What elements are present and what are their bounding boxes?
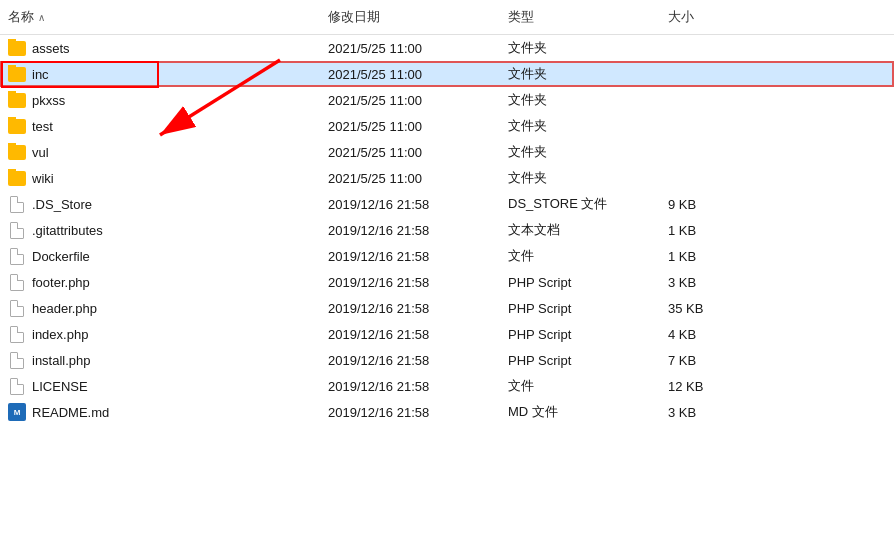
file-kind-cell: 文件	[500, 377, 660, 395]
file-size-cell: 1 KB	[660, 249, 740, 264]
file-name-cell: footer.php	[0, 273, 320, 291]
file-modified-cell: 2021/5/25 11:00	[320, 145, 500, 160]
file-icon	[8, 377, 26, 395]
file-modified-cell: 2021/5/25 11:00	[320, 171, 500, 186]
file-modified-cell: 2019/12/16 21:58	[320, 405, 500, 420]
file-icon	[8, 221, 26, 239]
table-header: 名称 ∧ 修改日期 类型 大小	[0, 0, 894, 35]
file-kind-cell: 文件夹	[500, 169, 660, 187]
file-kind-cell: PHP Script	[500, 353, 660, 368]
table-row[interactable]: index.php2019/12/16 21:58PHP Script4 KB	[0, 321, 894, 347]
file-list: assets2021/5/25 11:00文件夹inc2021/5/25 11:…	[0, 35, 894, 425]
file-size-cell: 7 KB	[660, 353, 740, 368]
file-name-cell: pkxss	[0, 91, 320, 109]
table-row[interactable]: MREADME.md2019/12/16 21:58MD 文件3 KB	[0, 399, 894, 425]
file-modified-cell: 2019/12/16 21:58	[320, 327, 500, 342]
file-name-text: pkxss	[32, 93, 65, 108]
file-explorer: 名称 ∧ 修改日期 类型 大小 assets2021/5/25 11:00文件夹…	[0, 0, 894, 547]
column-header-type[interactable]: 类型	[500, 4, 660, 30]
file-name-cell: test	[0, 117, 320, 135]
file-kind-cell: 文件	[500, 247, 660, 265]
col-size-label: 大小	[668, 9, 694, 24]
sort-arrow-icon: ∧	[38, 12, 45, 23]
file-kind-cell: 文本文档	[500, 221, 660, 239]
file-icon	[8, 247, 26, 265]
folder-icon	[8, 39, 26, 57]
file-icon	[8, 273, 26, 291]
file-name-cell: LICENSE	[0, 377, 320, 395]
file-name-text: inc	[32, 67, 49, 82]
file-size-cell: 35 KB	[660, 301, 740, 316]
md-icon: M	[8, 403, 26, 421]
table-row[interactable]: inc2021/5/25 11:00文件夹	[0, 61, 894, 87]
file-name-text: Dockerfile	[32, 249, 90, 264]
file-name-cell: wiki	[0, 169, 320, 187]
folder-icon	[8, 143, 26, 161]
file-name-text: index.php	[32, 327, 88, 342]
table-row[interactable]: wiki2021/5/25 11:00文件夹	[0, 165, 894, 191]
file-kind-cell: 文件夹	[500, 65, 660, 83]
table-row[interactable]: header.php2019/12/16 21:58PHP Script35 K…	[0, 295, 894, 321]
folder-icon	[8, 65, 26, 83]
file-kind-cell: MD 文件	[500, 403, 660, 421]
table-row[interactable]: install.php2019/12/16 21:58PHP Script7 K…	[0, 347, 894, 373]
table-row[interactable]: .gitattributes2019/12/16 21:58文本文档1 KB	[0, 217, 894, 243]
file-modified-cell: 2019/12/16 21:58	[320, 197, 500, 212]
file-modified-cell: 2019/12/16 21:58	[320, 379, 500, 394]
file-kind-cell: DS_STORE 文件	[500, 195, 660, 213]
column-header-modified[interactable]: 修改日期	[320, 4, 500, 30]
file-kind-cell: PHP Script	[500, 301, 660, 316]
file-name-cell: install.php	[0, 351, 320, 369]
file-modified-cell: 2021/5/25 11:00	[320, 41, 500, 56]
table-row[interactable]: test2021/5/25 11:00文件夹	[0, 113, 894, 139]
file-size-cell: 12 KB	[660, 379, 740, 394]
file-name-text: .DS_Store	[32, 197, 92, 212]
file-size-cell: 9 KB	[660, 197, 740, 212]
file-modified-cell: 2019/12/16 21:58	[320, 275, 500, 290]
file-kind-cell: PHP Script	[500, 327, 660, 342]
file-name-text: header.php	[32, 301, 97, 316]
file-size-cell: 3 KB	[660, 275, 740, 290]
file-name-cell: index.php	[0, 325, 320, 343]
file-size-cell: 3 KB	[660, 405, 740, 420]
file-kind-cell: 文件夹	[500, 39, 660, 57]
file-icon	[8, 351, 26, 369]
file-kind-cell: 文件夹	[500, 117, 660, 135]
file-name-text: assets	[32, 41, 70, 56]
folder-icon	[8, 117, 26, 135]
column-header-size[interactable]: 大小	[660, 4, 740, 30]
file-icon	[8, 299, 26, 317]
table-row[interactable]: vul2021/5/25 11:00文件夹	[0, 139, 894, 165]
file-modified-cell: 2021/5/25 11:00	[320, 67, 500, 82]
file-name-cell: header.php	[0, 299, 320, 317]
file-kind-cell: 文件夹	[500, 143, 660, 161]
table-row[interactable]: .DS_Store2019/12/16 21:58DS_STORE 文件9 KB	[0, 191, 894, 217]
file-name-cell: inc	[0, 65, 320, 83]
file-modified-cell: 2021/5/25 11:00	[320, 93, 500, 108]
ds-store-icon	[8, 195, 26, 213]
file-name-text: wiki	[32, 171, 54, 186]
file-name-cell: MREADME.md	[0, 403, 320, 421]
table-row[interactable]: LICENSE2019/12/16 21:58文件12 KB	[0, 373, 894, 399]
file-modified-cell: 2019/12/16 21:58	[320, 353, 500, 368]
file-name-text: footer.php	[32, 275, 90, 290]
table-row[interactable]: pkxss2021/5/25 11:00文件夹	[0, 87, 894, 113]
folder-icon	[8, 169, 26, 187]
col-name-label: 名称	[8, 8, 34, 26]
table-row[interactable]: assets2021/5/25 11:00文件夹	[0, 35, 894, 61]
file-name-text: .gitattributes	[32, 223, 103, 238]
table-row[interactable]: Dockerfile2019/12/16 21:58文件1 KB	[0, 243, 894, 269]
file-size-cell: 1 KB	[660, 223, 740, 238]
file-modified-cell: 2019/12/16 21:58	[320, 223, 500, 238]
file-size-cell: 4 KB	[660, 327, 740, 342]
file-name-text: LICENSE	[32, 379, 88, 394]
col-type-label: 类型	[508, 9, 534, 24]
file-modified-cell: 2019/12/16 21:58	[320, 249, 500, 264]
file-name-cell: assets	[0, 39, 320, 57]
file-kind-cell: PHP Script	[500, 275, 660, 290]
table-row[interactable]: footer.php2019/12/16 21:58PHP Script3 KB	[0, 269, 894, 295]
file-name-cell: Dockerfile	[0, 247, 320, 265]
folder-icon	[8, 91, 26, 109]
column-header-name[interactable]: 名称 ∧	[0, 4, 320, 30]
file-name-text: README.md	[32, 405, 109, 420]
